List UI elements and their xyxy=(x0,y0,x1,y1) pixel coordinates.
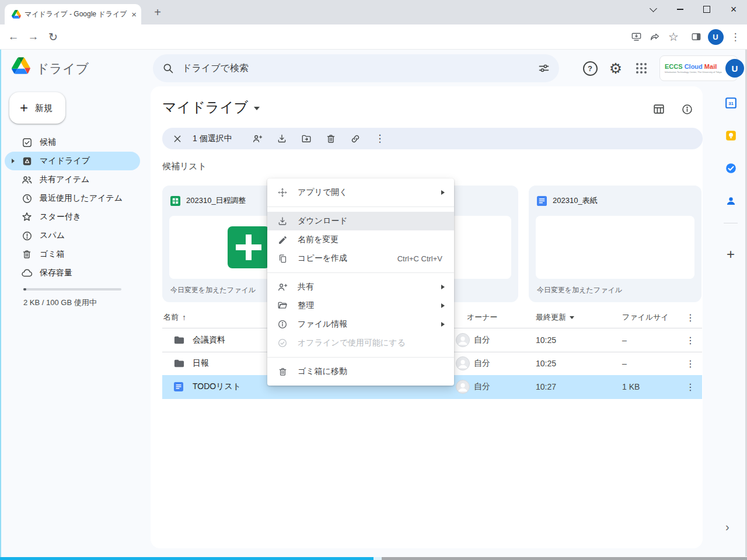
window-maximize-button[interactable] xyxy=(693,0,720,19)
sidebar-item-recent[interactable]: 最近使用したアイテム xyxy=(5,189,140,208)
side-panel-icon[interactable] xyxy=(687,24,705,49)
menu-item-offline: オフラインで使用可能にする xyxy=(267,334,454,352)
forward-button[interactable]: → xyxy=(25,24,42,49)
add-side-panel-app-icon[interactable]: + xyxy=(724,246,737,262)
browser-tab[interactable]: マイドライブ - Google ドライブ × xyxy=(5,4,141,24)
column-size[interactable]: ファイルサイ xyxy=(622,312,669,323)
sheets-file-icon xyxy=(170,196,180,206)
share-icon[interactable] xyxy=(646,24,664,49)
column-modified[interactable]: 最終更新 xyxy=(536,312,574,323)
drive-logo xyxy=(12,57,30,74)
menu-item-rename[interactable]: 名前を変更 xyxy=(267,230,454,249)
reload-button[interactable]: ↻ xyxy=(44,24,62,49)
window-minimize-button[interactable] xyxy=(666,0,693,19)
row-kebab-icon[interactable]: ⋮ xyxy=(686,335,695,346)
sidebar-item-my-drive[interactable]: マイドライブ xyxy=(5,152,140,170)
browser-avatar[interactable]: U xyxy=(707,24,724,49)
spam-alert-icon xyxy=(21,230,33,242)
rail-divider xyxy=(724,223,738,223)
account-avatar[interactable]: U xyxy=(725,59,744,78)
shortcut-label: Ctrl+C Ctrl+V xyxy=(397,254,442,263)
submenu-arrow-icon xyxy=(441,285,445,289)
more-actions-kebab-icon[interactable]: ⋮ xyxy=(375,132,385,145)
check-square-icon xyxy=(21,136,33,148)
folder-icon xyxy=(174,359,184,368)
sidebar-item-shared[interactable]: 共有アイテム xyxy=(5,170,140,189)
help-icon[interactable]: ? xyxy=(582,61,598,76)
browser-toolbar: ← → ↻ drive.google.com/drive/my-drive ☆ … xyxy=(0,24,747,50)
submenu-arrow-icon xyxy=(441,303,445,308)
tab-search-chevron-icon[interactable] xyxy=(640,0,666,19)
column-owner[interactable]: オーナー xyxy=(467,312,498,323)
clock-icon xyxy=(21,192,33,204)
page-title[interactable]: マイドライブ xyxy=(162,98,260,117)
grid-view-icon[interactable] xyxy=(651,102,666,117)
cloud-icon xyxy=(21,267,33,279)
row-kebab-icon[interactable]: ⋮ xyxy=(686,358,695,369)
row-kebab-icon[interactable]: ⋮ xyxy=(686,382,695,393)
apps-grid-icon[interactable] xyxy=(634,61,649,76)
app-name: ドライブ xyxy=(36,60,89,78)
sidebar-item-trash[interactable]: ゴミ箱 xyxy=(5,245,140,264)
menu-item-file-info[interactable]: ファイル情報 xyxy=(267,315,454,334)
menu-item-organize[interactable]: 整理 xyxy=(267,296,454,315)
search-options-tune-icon[interactable] xyxy=(538,62,550,74)
new-tab-button[interactable]: + xyxy=(151,6,165,19)
menu-item-open-with[interactable]: アプリで開く xyxy=(267,183,454,202)
sidebar-item-suggested[interactable]: 候補 xyxy=(5,133,140,152)
sort-ascending-icon: ↑ xyxy=(182,313,186,322)
eccs-cloud-mail-logo: ECCS Cloud Mail Information Technology C… xyxy=(665,64,722,74)
trash-icon[interactable] xyxy=(326,134,336,144)
menu-item-make-copy[interactable]: コピーを作成 Ctrl+C Ctrl+V xyxy=(267,249,454,268)
submenu-arrow-icon xyxy=(441,190,445,195)
details-info-icon[interactable] xyxy=(679,102,694,117)
progress-remaining xyxy=(382,557,747,560)
folder-icon xyxy=(174,336,184,345)
bookmark-star-icon[interactable]: ☆ xyxy=(665,24,682,49)
folder-open-icon xyxy=(277,300,288,311)
get-link-icon[interactable] xyxy=(350,133,361,145)
search-bar[interactable]: ドライブで検索 xyxy=(153,54,559,82)
trash-icon xyxy=(277,367,288,377)
back-button[interactable]: ← xyxy=(5,24,22,49)
docs-file-icon xyxy=(537,196,547,206)
move-to-folder-icon[interactable] xyxy=(301,133,312,145)
file-card-docs[interactable]: 202310_表紙 今日変更を加えたファイル xyxy=(529,186,701,302)
tasks-icon[interactable] xyxy=(724,162,737,174)
column-dropdown-caret-icon xyxy=(570,316,574,319)
owner-avatar xyxy=(456,380,470,394)
info-icon xyxy=(277,319,288,330)
new-button[interactable]: + 新規 xyxy=(9,92,65,124)
header-kebab-icon[interactable]: ⋮ xyxy=(686,312,695,323)
share-person-add-icon xyxy=(277,282,288,292)
menu-item-download[interactable]: ダウンロード xyxy=(267,212,454,230)
sidebar-item-starred[interactable]: スター付き xyxy=(5,208,140,226)
tab-close-icon[interactable]: × xyxy=(131,9,137,19)
expand-triangle-icon[interactable] xyxy=(12,159,15,163)
clear-selection-icon[interactable] xyxy=(173,134,183,144)
install-icon[interactable] xyxy=(627,24,645,49)
calendar-icon[interactable]: 31 xyxy=(724,96,737,109)
menu-item-share[interactable]: 共有 xyxy=(267,278,454,296)
account-badge[interactable]: ECCS Cloud Mail Information Technology C… xyxy=(659,55,738,81)
share-person-add-icon[interactable] xyxy=(252,133,263,144)
my-drive-icon xyxy=(21,155,33,167)
owner-avatar xyxy=(456,356,470,370)
contacts-icon[interactable] xyxy=(724,194,737,207)
video-progress-bar[interactable] xyxy=(0,557,747,560)
menu-item-move-to-trash[interactable]: ゴミ箱に移動 xyxy=(267,362,454,381)
window-close-button[interactable]: × xyxy=(720,0,747,19)
sidebar-item-spam[interactable]: スパム xyxy=(5,226,140,245)
column-name[interactable]: 名前 ↑ xyxy=(163,312,186,323)
context-menu: アプリで開く ダウンロード 名前を変更 コピーを作成 Ctrl+C Ctrl+V xyxy=(267,178,454,386)
sidebar-item-storage[interactable]: 保存容量 xyxy=(5,264,140,282)
star-icon xyxy=(21,211,33,223)
browser-menu-kebab-icon[interactable]: ⋮ xyxy=(727,24,744,49)
download-icon[interactable] xyxy=(277,133,287,144)
download-icon xyxy=(277,216,288,226)
people-icon xyxy=(21,174,33,186)
settings-gear-icon[interactable]: ⚙ xyxy=(608,61,623,76)
keep-icon[interactable] xyxy=(724,129,737,142)
progress-gap xyxy=(374,557,382,560)
show-side-panel-chevron-icon[interactable]: › xyxy=(725,520,729,534)
